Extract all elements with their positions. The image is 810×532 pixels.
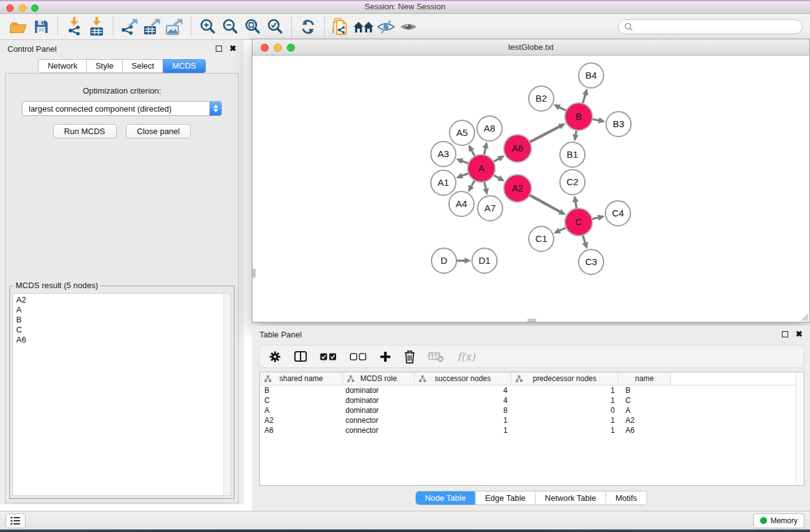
deselect-all-button[interactable] — [350, 353, 367, 360]
zoom-selected-button[interactable] — [264, 16, 286, 38]
table-cell[interactable]: 1 — [415, 426, 511, 435]
graph-node-B2[interactable]: B2 — [529, 86, 554, 111]
result-item[interactable]: B — [13, 315, 231, 325]
zoom-out-button[interactable] — [219, 16, 241, 38]
table-row[interactable]: Adominator80A — [260, 405, 804, 415]
float-panel-icon[interactable] — [216, 46, 222, 52]
network-canvas[interactable]: B4B2B3A8A5A3B1A1C2A4A7C4C1C3DD1BA6AA2C — [253, 56, 809, 322]
table-cell[interactable]: dominator — [343, 406, 415, 415]
close-panel-icon[interactable]: ✖ — [229, 46, 236, 52]
graph-node-B[interactable]: B — [565, 103, 592, 130]
table-row[interactable]: A6connector11A6 — [260, 425, 804, 435]
table-cell[interactable]: connector — [343, 416, 415, 425]
column-header-MCDS-role[interactable]: MCDS role — [343, 372, 415, 385]
table-cell[interactable]: 1 — [511, 386, 619, 395]
tab-mcds[interactable]: MCDS — [163, 59, 205, 73]
table-row[interactable]: A2connector11A2 — [260, 415, 804, 425]
tab-select[interactable]: Select — [122, 59, 163, 73]
table-cell[interactable]: A — [619, 406, 671, 415]
table-cell[interactable]: A — [260, 406, 343, 415]
tab-edge-table[interactable]: Edge Table — [475, 491, 535, 505]
graph-node-A6[interactable]: A6 — [504, 135, 531, 162]
table-row[interactable]: Cdominator41C — [260, 395, 804, 405]
export-image-button[interactable] — [163, 16, 186, 38]
show-columns-button[interactable] — [294, 351, 307, 362]
import-table-button[interactable] — [85, 16, 108, 38]
table-cell[interactable]: B — [260, 386, 343, 395]
graph-node-A2[interactable]: A2 — [504, 175, 531, 202]
table-cell[interactable]: 1 — [511, 416, 619, 425]
tab-motifs[interactable]: Motifs — [605, 491, 647, 505]
table-cell[interactable]: A2 — [619, 416, 671, 425]
table-cell[interactable]: A6 — [619, 426, 671, 435]
column-header-shared-name[interactable]: shared name — [260, 372, 343, 385]
graph-node-A3[interactable]: A3 — [431, 142, 456, 167]
graph-node-C3[interactable]: C3 — [579, 249, 604, 274]
zoom-window-button[interactable] — [31, 4, 39, 12]
table-cell[interactable]: B — [619, 386, 671, 395]
delete-table-button[interactable] — [428, 351, 444, 362]
table-cell[interactable]: 0 — [511, 406, 619, 415]
graph-node-A[interactable]: A — [468, 155, 495, 182]
memory-button[interactable]: Memory — [753, 513, 804, 528]
import-network-button[interactable] — [63, 16, 85, 38]
zoom-fit-button[interactable] — [241, 16, 264, 38]
tab-network[interactable]: Network — [38, 59, 87, 73]
export-network-button[interactable] — [118, 16, 141, 38]
hide-selected-button[interactable] — [375, 16, 397, 38]
tab-style[interactable]: Style — [86, 59, 123, 73]
result-item[interactable]: A — [13, 305, 231, 315]
save-session-button[interactable] — [30, 16, 52, 38]
minimize-window-button[interactable] — [19, 4, 26, 12]
graph-node-C2[interactable]: C2 — [560, 170, 585, 195]
tab-network-table[interactable]: Network Table — [535, 491, 605, 505]
table-cell[interactable]: C — [619, 396, 671, 405]
select-all-button[interactable] — [320, 353, 337, 360]
run-mcds-button[interactable]: Run MCDS — [53, 124, 117, 138]
table-cell[interactable]: connector — [343, 426, 415, 435]
graph-node-C1[interactable]: C1 — [529, 226, 554, 251]
graph-node-D1[interactable]: D1 — [472, 248, 497, 273]
table-row[interactable]: Bdominator41B — [260, 385, 804, 395]
graph-node-B3[interactable]: B3 — [606, 112, 631, 137]
zoom-in-button[interactable] — [196, 16, 219, 38]
table-cell[interactable]: C — [260, 396, 343, 405]
graph-node-A4[interactable]: A4 — [449, 191, 474, 216]
table-cell[interactable]: 1 — [511, 426, 619, 435]
graph-node-B1[interactable]: B1 — [560, 142, 585, 167]
network-close-button[interactable] — [261, 44, 269, 52]
table-cell[interactable]: A2 — [260, 416, 343, 425]
table-cell[interactable]: dominator — [343, 396, 415, 405]
result-list-scrollbar[interactable] — [223, 293, 231, 496]
graph-node-B4[interactable]: B4 — [579, 63, 604, 88]
table-cell[interactable]: 8 — [415, 406, 511, 415]
delete-column-button[interactable] — [404, 350, 415, 364]
table-cell[interactable]: 4 — [415, 396, 511, 405]
table-cell[interactable]: 4 — [415, 386, 511, 395]
mcds-result-list[interactable]: A2ABCA6 — [12, 293, 231, 496]
graph-node-A8[interactable]: A8 — [477, 116, 502, 141]
graph-node-C4[interactable]: C4 — [605, 201, 630, 226]
network-minimize-button[interactable] — [274, 44, 282, 52]
function-builder-button[interactable]: f(x) — [457, 351, 475, 363]
graph-node-D[interactable]: D — [432, 248, 456, 273]
result-item[interactable]: C — [13, 325, 231, 335]
table-settings-button[interactable] — [269, 351, 281, 363]
home-button[interactable] — [352, 16, 375, 38]
close-table-panel-icon[interactable]: ✖ — [796, 331, 803, 337]
open-session-button[interactable] — [7, 16, 30, 38]
close-panel-button[interactable]: Close panel — [126, 124, 191, 138]
table-cell[interactable]: 1 — [415, 416, 511, 425]
show-all-button[interactable] — [397, 16, 420, 38]
float-table-panel-icon[interactable] — [782, 331, 788, 337]
add-column-button[interactable] — [380, 351, 391, 362]
result-item[interactable]: A2 — [13, 295, 231, 305]
graph-node-A7[interactable]: A7 — [478, 196, 503, 221]
resize-grip-icon[interactable] — [800, 312, 809, 321]
table-scrollbar[interactable] — [796, 372, 804, 485]
export-table-button[interactable] — [141, 16, 163, 38]
graph-node-A5[interactable]: A5 — [450, 120, 475, 145]
vertical-scrollbar-thumb[interactable] — [253, 269, 256, 278]
graph-node-C[interactable]: C — [565, 208, 592, 236]
table-cell[interactable]: 1 — [511, 396, 619, 405]
